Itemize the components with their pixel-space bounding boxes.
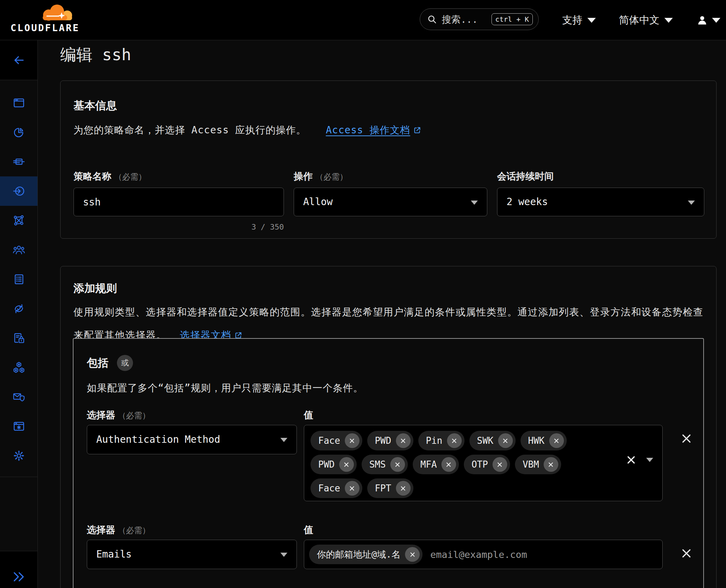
sidebar-item-analytics[interactable] — [0, 118, 37, 147]
chevron-down-icon[interactable] — [646, 458, 653, 462]
action-select[interactable]: Allow — [294, 188, 487, 216]
policy-name-input[interactable] — [74, 188, 284, 216]
remove-tag-button[interactable] — [345, 433, 359, 448]
close-icon — [627, 455, 636, 464]
email-input[interactable] — [430, 549, 657, 560]
remove-tag-button[interactable] — [390, 457, 405, 472]
selector-label: 选择器 — [87, 410, 115, 420]
expand-chevrons-icon[interactable] — [12, 569, 26, 584]
left-sidebar — [0, 40, 38, 588]
value-tag: PWD — [310, 455, 357, 474]
emails-values-input[interactable]: 你的邮箱地址@域.名 — [304, 540, 663, 569]
sidebar-nav — [0, 80, 37, 470]
remove-tag-button[interactable] — [339, 457, 354, 472]
network-mesh-icon — [13, 214, 25, 227]
user-icon — [697, 15, 708, 26]
remove-tag-button[interactable] — [549, 433, 564, 448]
close-icon — [497, 462, 502, 467]
basic-info-card: 基本信息 为您的策略命名，并选择 Access 应执行的操作。 Access 操… — [60, 80, 717, 239]
back-button[interactable] — [0, 40, 37, 80]
close-icon — [452, 438, 457, 443]
close-icon — [400, 438, 406, 443]
remove-tag-button[interactable] — [498, 433, 513, 448]
account-menu[interactable] — [697, 0, 720, 40]
clear-all-values-button[interactable] — [627, 455, 636, 464]
value-tag: VBM — [515, 455, 561, 474]
analytics-pie-icon — [13, 126, 25, 139]
global-search[interactable]: ctrl + K — [420, 8, 539, 30]
policy-name-label: 策略名称 — [74, 171, 111, 182]
remove-tag-button[interactable] — [441, 457, 456, 472]
auth-method-values-multiselect[interactable]: Face PWD Pin SWK HWK PWD SMS MFA OTP VBM… — [304, 425, 663, 501]
rule-row-emails: 选择器（必需） 值 Emails 你的邮箱地址@域.名 — [87, 524, 703, 569]
required-hint: （必需） — [114, 172, 146, 181]
sidebar-item-network[interactable] — [0, 206, 37, 235]
browser-asterisk-icon — [13, 420, 25, 433]
chevron-down-icon — [280, 553, 287, 557]
value-tag: PWD — [367, 431, 413, 450]
value-tag: SWK — [469, 431, 516, 450]
remove-tag-button[interactable] — [396, 481, 411, 496]
chevron-down-icon — [471, 201, 478, 205]
action-field: 操作（必需） Allow — [294, 170, 487, 231]
sidebar-item-policies[interactable] — [0, 323, 37, 353]
remove-tag-button[interactable] — [544, 457, 558, 472]
close-icon — [349, 486, 355, 491]
sync-check-icon — [13, 302, 25, 315]
session-duration-select[interactable]: 2 weeks — [497, 188, 704, 216]
required-hint: （必需） — [315, 172, 348, 181]
rule-row-auth-method: 选择器（必需） 值 Authentication Method Face PWD… — [87, 409, 703, 501]
tag-list: Face PWD Pin SWK HWK PWD SMS MFA OTP VBM… — [310, 431, 610, 498]
close-icon — [344, 462, 349, 467]
value-tag: Face — [310, 431, 362, 450]
sidebar-item-team[interactable] — [0, 235, 37, 265]
sidebar-item-email-security[interactable] — [0, 382, 37, 412]
remove-tag-button[interactable] — [447, 433, 462, 448]
cloudflare-dashboard: CLOUDFLARE ctrl + K 支持 简体中文 — [0, 0, 726, 588]
action-label: 操作 — [294, 171, 313, 182]
logs-list-icon — [13, 273, 25, 286]
sidebar-item-access-active[interactable] — [0, 176, 37, 206]
brand-wordmark: CLOUDFLARE — [11, 22, 80, 33]
sidebar-item-posture[interactable] — [0, 294, 37, 323]
selector-select-auth-method[interactable]: Authentication Method — [87, 425, 297, 454]
value-label: 值 — [304, 524, 313, 535]
remove-tag-button[interactable] — [396, 433, 411, 448]
team-people-icon — [13, 244, 25, 256]
close-icon — [349, 438, 355, 443]
remove-tag-button[interactable] — [405, 547, 420, 562]
add-rules-card: 添加规则 使用规则类型、选择器和选择器值定义策略的范围。选择器是您希望用户满足的… — [60, 266, 717, 588]
remove-rule-button[interactable] — [681, 548, 692, 559]
include-rules-box: 包括 或 如果配置了多个“包括”规则，用户只需要满足其中一个条件。 选择器（必需… — [73, 338, 704, 588]
support-menu[interactable]: 支持 — [562, 0, 596, 40]
include-header: 包括 或 — [87, 355, 133, 371]
language-menu[interactable]: 简体中文 — [619, 0, 673, 40]
remove-tag-button[interactable] — [345, 481, 359, 496]
basic-info-fields: 策略名称（必需） 3 / 350 操作（必需） Allow 会话持续时间 — [74, 170, 704, 231]
search-input[interactable] — [442, 14, 487, 25]
remove-tag-button[interactable] — [493, 457, 507, 472]
close-icon — [681, 433, 692, 444]
page-title: 编辑 ssh — [60, 44, 131, 66]
close-icon — [554, 438, 559, 443]
sidebar-item-gateway[interactable] — [0, 147, 37, 176]
sidebar-item-browser-isolation[interactable] — [0, 412, 37, 441]
chevron-down-icon — [712, 18, 720, 23]
dashboard-window-icon — [13, 97, 25, 109]
close-icon — [400, 486, 406, 491]
selector-select-emails[interactable]: Emails — [87, 540, 297, 569]
value-tag: Face — [310, 478, 362, 498]
policy-name-field: 策略名称（必需） 3 / 350 — [74, 170, 284, 231]
sidebar-item-settings[interactable] — [0, 441, 37, 470]
sidebar-item-clusters[interactable] — [0, 353, 37, 382]
sidebar-item-logs[interactable] — [0, 265, 37, 294]
value-label: 值 — [304, 410, 313, 420]
access-action-doc-link[interactable]: Access 操作文档 — [326, 124, 421, 136]
close-icon — [410, 552, 415, 557]
add-rules-heading: 添加规则 — [74, 281, 117, 296]
sidebar-item-dashboard[interactable] — [0, 88, 37, 118]
remove-rule-button[interactable] — [681, 433, 692, 444]
external-link-icon — [413, 126, 421, 134]
cloudflare-logo[interactable]: CLOUDFLARE — [11, 2, 80, 33]
back-arrow-icon — [13, 54, 25, 66]
